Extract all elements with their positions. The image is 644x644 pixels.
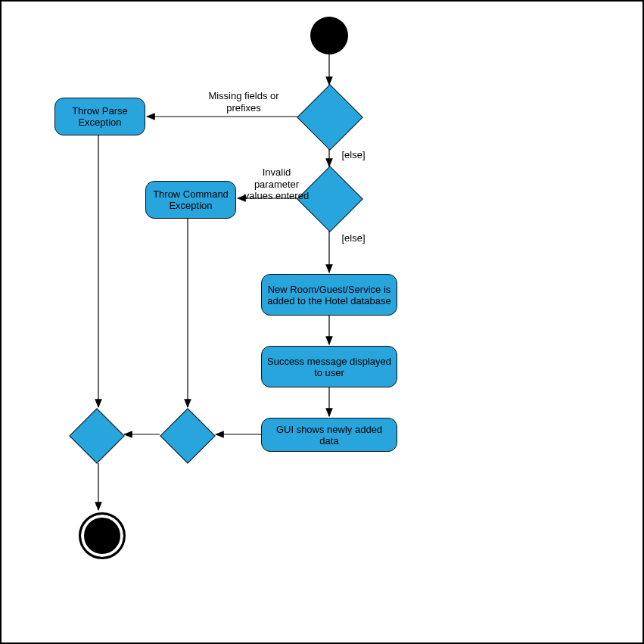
throw-command-label: Throw Command Exception — [151, 188, 231, 211]
success-msg-label: Success message displayed to user — [266, 356, 392, 378]
label-else-1: [else] — [338, 149, 369, 161]
decision-missing-fields — [297, 84, 363, 151]
success-msg-box: Success message displayed to user — [261, 346, 397, 387]
label-missing-fields: Missing fields or prefixes — [198, 90, 289, 114]
throw-command-exception: Throw Command Exception — [145, 181, 236, 219]
add-data-box: New Room/Guest/Service is added to the H… — [261, 274, 397, 316]
end-node — [79, 512, 126, 559]
add-data-label: New Room/Guest/Service is added to the H… — [266, 284, 392, 306]
start-node — [310, 17, 348, 54]
gui-show-label: GUI shows newly added data — [266, 424, 392, 446]
merge-2 — [69, 408, 125, 464]
merge-1 — [160, 408, 216, 464]
activity-diagram: Throw Parse Exception Throw Command Exce… — [0, 0, 644, 644]
throw-parse-label: Throw Parse Exception — [60, 105, 140, 128]
gui-show-box: GUI shows newly added data — [261, 418, 397, 452]
label-invalid-params: Invalid parameter values entered — [241, 166, 313, 202]
label-else-2: [else] — [338, 232, 369, 244]
throw-parse-exception: Throw Parse Exception — [54, 98, 145, 135]
